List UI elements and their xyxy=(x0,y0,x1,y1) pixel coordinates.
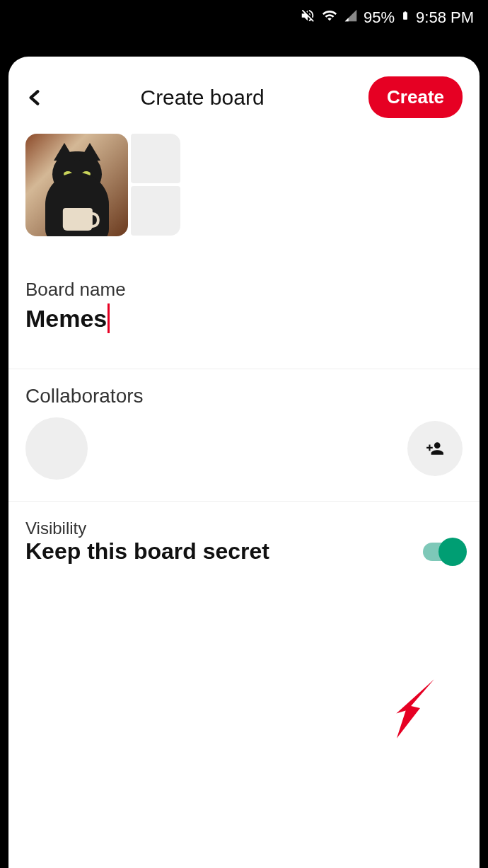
collaborator-avatar[interactable] xyxy=(25,417,88,480)
pin-thumbnail-empty xyxy=(131,134,180,183)
board-name-value: Memes xyxy=(25,305,107,332)
person-add-icon xyxy=(424,439,446,458)
board-name-label: Board name xyxy=(25,279,463,301)
pin-thumbnail-empty xyxy=(131,186,180,236)
visibility-label: Visibility xyxy=(25,519,463,538)
create-board-sheet: Create board Create Board name Memes Col… xyxy=(8,57,480,868)
page-title: Create board xyxy=(36,86,368,110)
status-bar: 95% 9:58 PM xyxy=(0,0,488,35)
wifi-icon xyxy=(321,8,338,28)
time: 9:58 PM xyxy=(416,8,474,27)
board-preview xyxy=(25,134,480,236)
annotation-arrow xyxy=(379,672,443,743)
battery-icon xyxy=(400,8,410,28)
signal-icon xyxy=(344,8,358,27)
collaborators-section: Collaborators xyxy=(8,369,480,502)
header: Create board Create xyxy=(8,57,480,131)
collaborators-label: Collaborators xyxy=(25,385,463,407)
status-icons: 95% 9:58 PM xyxy=(300,8,474,28)
text-cursor xyxy=(108,303,110,333)
secret-board-label: Keep this board secret xyxy=(25,538,269,565)
vibrate-icon xyxy=(300,8,315,28)
create-button[interactable]: Create xyxy=(368,76,463,118)
visibility-section: Visibility Keep this board secret xyxy=(8,502,480,565)
board-name-input[interactable]: Memes xyxy=(25,303,463,333)
secret-board-toggle[interactable] xyxy=(423,543,463,561)
battery-percent: 95% xyxy=(364,8,395,27)
add-collaborator-button[interactable] xyxy=(407,421,463,476)
pin-thumbnail-main xyxy=(25,134,128,236)
board-name-section: Board name Memes xyxy=(8,279,480,369)
